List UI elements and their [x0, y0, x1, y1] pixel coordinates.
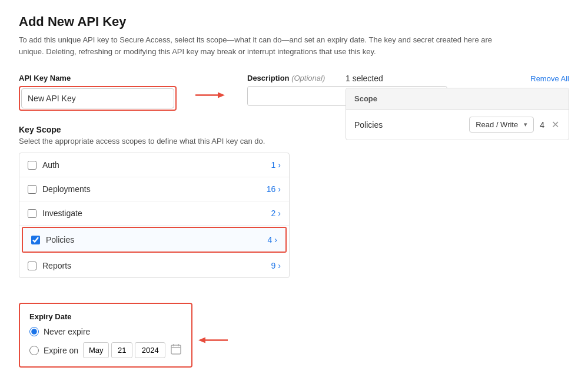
expiry-never-radio[interactable] [29, 327, 39, 336]
scope-chevron-reports: › [278, 261, 281, 270]
scope-count-deployments: 16 [267, 184, 276, 194]
svg-marker-11 [198, 337, 205, 343]
svg-marker-1 [218, 92, 225, 98]
scope-name-reports: Reports [42, 261, 271, 270]
page-description: To add this unique API key to Secure Acc… [19, 34, 501, 57]
scope-name-policies: Policies [46, 235, 268, 244]
key-scope-title: Key Scope [19, 125, 331, 134]
expiry-never-label: Never expire [44, 327, 90, 336]
name-arrow-icon [195, 89, 225, 102]
remove-all-link[interactable]: Remove All [530, 74, 569, 83]
expiry-date-option[interactable]: Expire on [29, 342, 182, 358]
scope-chevron-investigate: › [278, 209, 281, 218]
scope-checkbox-policies[interactable] [31, 236, 40, 244]
scope-checkbox-investigate[interactable] [28, 209, 36, 218]
expiry-section: Expiry Date Never expire Expire on [19, 303, 192, 368]
expiry-arrow-icon [198, 334, 228, 348]
scope-item-policies-wrapper: Policies 4 › [19, 227, 289, 253]
api-key-name-label: API Key Name [19, 74, 177, 82]
scope-count-reports: 9 [271, 261, 276, 270]
date-day-input[interactable] [111, 342, 132, 358]
scope-item-reports[interactable]: Reports 9 › [19, 254, 289, 277]
scope-chevron-auth: › [278, 160, 281, 170]
scope-item-policies[interactable]: Policies 4 › [23, 228, 285, 252]
calendar-icon[interactable] [170, 343, 182, 358]
date-month-input[interactable] [83, 342, 109, 358]
selected-scope-name-policies: Policies [354, 120, 463, 130]
expiry-title: Expiry Date [29, 312, 182, 321]
top-form-row: API Key Name Description [19, 74, 331, 111]
scope-item-investigate[interactable]: Investigate 2 › [19, 201, 289, 226]
remove-policies-button[interactable]: ✕ [550, 118, 560, 131]
permission-value-policies: Read / Write [476, 120, 520, 129]
selected-scope-row-policies: Policies Read / Write ▾ 4 ✕ [346, 110, 569, 140]
key-scope-section: Key Scope Select the appropriate access … [19, 125, 331, 368]
selected-table: Scope Policies Read / Write ▾ 4 ✕ [346, 88, 569, 140]
left-panel: API Key Name Description [19, 74, 331, 368]
right-panel: 1 selected Remove All Scope Policies Rea… [346, 74, 569, 368]
policies-highlight-border: Policies 4 › [22, 227, 287, 253]
expiry-date-label: Expire on [44, 346, 78, 355]
scope-name-auth: Auth [42, 160, 271, 170]
scope-list-container: Auth 1 › Deployments 16 › [19, 153, 290, 278]
selected-sub-count-policies: 4 [540, 120, 544, 130]
scope-list: Auth 1 › Deployments 16 › [19, 153, 289, 277]
api-key-name-group: API Key Name [19, 74, 177, 111]
page-title: Add New API Key [19, 14, 569, 29]
selected-count: 1 selected [346, 74, 383, 83]
scope-chevron-policies: › [274, 235, 277, 244]
selected-header: 1 selected Remove All [346, 74, 569, 83]
expiry-section-wrapper: Expiry Date Never expire Expire on [19, 291, 192, 368]
date-year-input[interactable] [135, 342, 165, 358]
scope-item-deployments[interactable]: Deployments 16 › [19, 177, 289, 201]
scope-count-policies: 4 [268, 235, 273, 244]
api-key-name-input[interactable] [21, 88, 174, 108]
scope-name-deployments: Deployments [42, 184, 267, 194]
scope-checkbox-deployments[interactable] [28, 185, 36, 194]
scope-item-auth[interactable]: Auth 1 › [19, 153, 289, 177]
api-key-name-highlight [19, 86, 177, 111]
scope-name-investigate: Investigate [42, 209, 271, 218]
dropdown-chevron-icon: ▾ [524, 121, 527, 128]
expiry-date-radio[interactable] [29, 346, 39, 355]
scope-chevron-deployments: › [278, 184, 281, 194]
page-container: Add New API Key To add this unique API k… [19, 14, 569, 387]
key-scope-desc: Select the appropriate access scopes to … [19, 137, 331, 145]
scope-count-auth: 1 [271, 160, 276, 170]
expiry-never-option[interactable]: Never expire [29, 327, 182, 336]
scope-checkbox-reports[interactable] [28, 262, 36, 270]
scope-checkbox-auth[interactable] [28, 161, 36, 170]
permission-dropdown-policies[interactable]: Read / Write ▾ [469, 117, 534, 133]
scope-count-investigate: 2 [271, 209, 276, 218]
date-inputs [83, 342, 182, 358]
svg-rect-6 [171, 345, 181, 354]
selected-table-header: Scope [346, 88, 569, 110]
